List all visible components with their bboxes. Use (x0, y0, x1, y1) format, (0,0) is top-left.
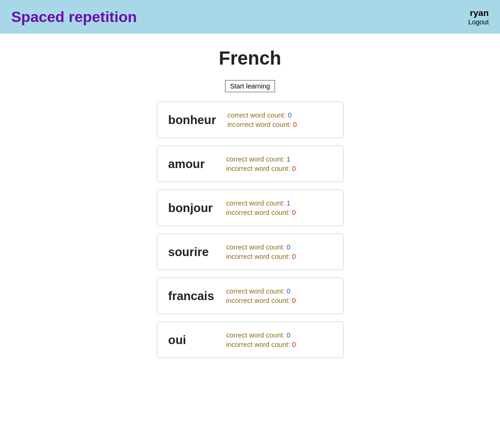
incorrect-value: 0 (292, 297, 296, 304)
word-stats: correct word count: 0 incorrect word cou… (227, 111, 297, 128)
page-title: French (219, 48, 281, 69)
word-text: bonjour (168, 201, 215, 215)
correct-value: 0 (287, 287, 290, 295)
word-stats: correct word count: 1 incorrect word cou… (226, 155, 296, 172)
incorrect-value: 0 (292, 165, 296, 172)
correct-word-count: correct word count: 0 (226, 243, 296, 251)
app-title: Spaced repetition (11, 8, 137, 26)
correct-word-count: correct word count: 1 (226, 155, 296, 163)
correct-word-count: correct word count: 1 (226, 199, 296, 207)
incorrect-value: 0 (292, 253, 296, 260)
app-header: Spaced repetition ryan Logout (0, 0, 500, 34)
correct-word-count: correct word count: 0 (226, 287, 296, 295)
word-card: bonheur correct word count: 0 incorrect … (157, 102, 344, 138)
main-content: French Start learning bonheur correct wo… (0, 34, 500, 372)
incorrect-word-count: incorrect word count: 0 (226, 165, 296, 172)
correct-value: 0 (288, 111, 291, 119)
incorrect-word-count: incorrect word count: 0 (226, 253, 296, 260)
username-label: ryan (470, 8, 489, 18)
word-card: oui correct word count: 0 incorrect word… (157, 322, 344, 358)
incorrect-word-count: incorrect word count: 0 (227, 121, 297, 128)
correct-word-count: correct word count: 0 (226, 331, 296, 339)
word-stats: correct word count: 1 incorrect word cou… (226, 199, 296, 216)
word-stats: correct word count: 0 incorrect word cou… (226, 243, 296, 260)
word-text: francais (168, 289, 215, 303)
incorrect-word-count: incorrect word count: 0 (226, 297, 296, 304)
word-cards-list: bonheur correct word count: 0 incorrect … (157, 102, 344, 358)
incorrect-value: 0 (293, 121, 297, 128)
word-card: bonjour correct word count: 1 incorrect … (157, 190, 344, 226)
correct-value: 1 (287, 199, 290, 207)
word-card: francais correct word count: 0 incorrect… (157, 278, 344, 314)
incorrect-word-count: incorrect word count: 0 (226, 209, 296, 216)
word-text: sourire (168, 245, 215, 259)
word-text: oui (168, 333, 215, 347)
word-stats: correct word count: 0 incorrect word cou… (226, 287, 296, 304)
logout-link[interactable]: Logout (468, 18, 489, 26)
word-stats: correct word count: 0 incorrect word cou… (226, 331, 296, 348)
incorrect-word-count: incorrect word count: 0 (226, 341, 296, 348)
correct-value: 0 (287, 331, 290, 339)
correct-value: 1 (287, 155, 290, 163)
word-card: amour correct word count: 1 incorrect wo… (157, 146, 344, 182)
word-text: amour (168, 157, 215, 171)
word-text: bonheur (168, 113, 216, 127)
user-section: ryan Logout (468, 8, 489, 26)
correct-value: 0 (287, 243, 290, 251)
incorrect-value: 0 (292, 209, 296, 216)
correct-word-count: correct word count: 0 (227, 111, 297, 119)
start-learning-button[interactable]: Start learning (225, 80, 275, 92)
word-card: sourire correct word count: 0 incorrect … (157, 234, 344, 270)
incorrect-value: 0 (292, 341, 296, 348)
